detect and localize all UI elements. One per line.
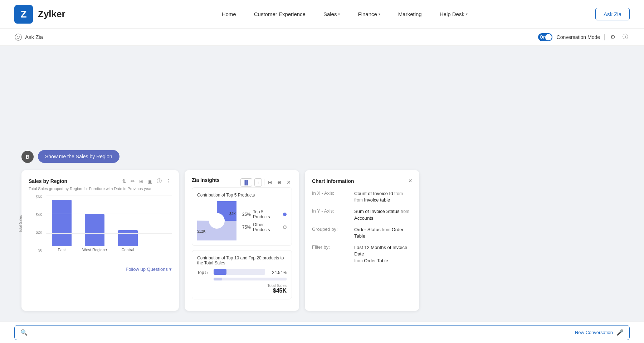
sales-panel-subtitle: Total Sales grouped by Region for Furnit… [29, 187, 172, 191]
top5-bar-section [214, 269, 265, 276]
legend-others-dot [283, 225, 287, 229]
sales-panel-title: Sales by Region [29, 178, 67, 184]
conversation-mode-label: Conversation Mode [557, 34, 600, 40]
bar-central-fill [118, 230, 138, 246]
y-axis-title: Total Sales [19, 215, 23, 233]
logo-letter: Z [20, 9, 26, 20]
microphone-icon[interactable]: 🎤 [616, 329, 624, 336]
y-label-4k: $4K [29, 213, 44, 217]
grid-line-mid2 [46, 233, 172, 234]
insights-toolbar: ▐▌ T ⊞ ⊕ × [240, 178, 292, 187]
user-message-bubble: Show me the Sales by Region [38, 150, 119, 163]
nav-marketing[interactable]: Marketing [398, 11, 422, 17]
bar-east-fill [52, 200, 72, 246]
follow-up-arrow-icon: ▾ [169, 267, 172, 272]
more-icon[interactable]: ⋮ [165, 178, 172, 185]
ask-zia-button[interactable]: Ask Zia [595, 8, 630, 20]
bars-container: East West Region ▾ Central [46, 195, 172, 252]
legend-others-pct: 75% [242, 225, 251, 230]
y-axis-title-wrap: Total Sales [19, 195, 23, 252]
logo-box: Z [14, 5, 33, 24]
divider-v [264, 179, 264, 185]
sales-arrow-icon: ▾ [338, 12, 340, 16]
pie-outer-label: $12K [197, 229, 205, 233]
bar-chart: $6K $4K $2K $0 Total Sales [29, 195, 172, 263]
zia-page-title: Ask Zia [25, 34, 43, 40]
chart-info-close-button[interactable]: × [408, 177, 412, 185]
legend-top5: 25% Top 5 Products [242, 209, 287, 219]
second-bar-fill [214, 278, 222, 280]
y-axis-key: In Y - Axis: [312, 208, 351, 214]
insights-title: Zia Insights [192, 177, 220, 183]
top5-pie-title: Contribution of Top 5 Products [197, 193, 287, 198]
chart-info-panel: Chart Information × In X - Axis: Count o… [305, 170, 419, 311]
search-input[interactable] [31, 330, 571, 335]
search-icon: 🔍 [20, 329, 28, 336]
bottom-bar: 🔍 New Conversation 🎤 [0, 322, 644, 343]
globe-icon[interactable]: ⊕ [276, 179, 283, 186]
grid-line-mid1 [46, 214, 172, 214]
follow-up-questions[interactable]: Follow up Questions ▾ [29, 267, 172, 272]
legend-others-label: Other Products [253, 222, 281, 232]
bar-chart-icon[interactable]: ▐▌ [240, 178, 252, 187]
nav-home[interactable]: Home [222, 11, 236, 17]
svg-point-1 [17, 36, 18, 37]
x-axis-row: In X - Axis: Count of Invoice Id from fr… [312, 190, 412, 203]
help-icon[interactable]: ⓘ [621, 33, 630, 41]
sales-panel-header: Sales by Region ⇅ ✏ ⊞ ▣ ⓘ ⋮ [29, 177, 172, 185]
legend-others: 75% Other Products [242, 222, 287, 232]
filter-by-value: Last 12 Months of Invoice Date from Orde… [354, 244, 412, 264]
pie-chart: $4K $12K [197, 201, 236, 240]
second-bar-section [214, 278, 287, 280]
legend-top5-dot [283, 213, 287, 216]
toggle-on-label: On [540, 35, 546, 40]
subheader-right: On Conversation Mode ⚙ ⓘ [538, 33, 630, 41]
second-bar-row [197, 278, 287, 280]
nav-finance[interactable]: Finance ▾ [358, 11, 380, 17]
top10-top20-section: Contribution of Top 10 and Top 20 produc… [192, 250, 292, 299]
total-sales-row: Total Sales $45K [197, 283, 287, 294]
top5-row-label: Top 5 [197, 270, 210, 275]
y-label-6k: $6K [29, 195, 44, 199]
grouped-by-row: Grouped by: Order Status from Order Tabl… [312, 227, 412, 239]
top5-bar-wrap [214, 269, 265, 275]
info-circle-icon[interactable]: ⓘ [156, 177, 162, 185]
pie-svg [197, 201, 236, 240]
conversation-mode-toggle[interactable]: On [538, 33, 552, 41]
sort-icon[interactable]: ⇅ [121, 178, 127, 185]
nav-sales[interactable]: Sales ▾ [323, 11, 340, 17]
text-icon[interactable]: T [254, 178, 262, 187]
nav-helpdesk[interactable]: Help Desk ▾ [440, 11, 468, 17]
chart-info-header: Chart Information × [312, 177, 412, 185]
x-axis-key: In X - Axis: [312, 190, 351, 196]
y-label-0: $0 [29, 248, 44, 252]
search-wrap: 🔍 New Conversation 🎤 [14, 325, 630, 340]
nav-customer-experience[interactable]: Customer Experience [254, 11, 306, 17]
sales-by-region-panel: Sales by Region ⇅ ✏ ⊞ ▣ ⓘ ⋮ Total Sales … [21, 170, 179, 311]
bar-west-label: West Region ▾ [82, 248, 107, 252]
zia-icon [14, 33, 22, 41]
insights-close-icon[interactable]: × [285, 178, 292, 187]
settings-icon[interactable]: ⚙ [609, 33, 617, 41]
conversation-mode-toggle-wrap: On [538, 33, 552, 41]
edit-icon[interactable]: ✏ [130, 178, 136, 185]
finance-arrow-icon: ▾ [379, 12, 380, 16]
table-icon[interactable]: ⊞ [267, 179, 274, 186]
image-icon[interactable]: ▣ [147, 178, 153, 185]
top5-bar-fill [214, 269, 226, 275]
top10-top20-title: Contribution of Top 10 and Top 20 produc… [197, 255, 287, 265]
y-label-2k: $2K [29, 230, 44, 234]
grid-icon[interactable]: ⊞ [138, 178, 144, 185]
legend-top5-pct: 25% [242, 212, 251, 217]
insights-header: Zia Insights ▐▌ T ⊞ ⊕ × [192, 177, 292, 187]
top5-row: Top 5 24.54% [197, 269, 287, 276]
grouped-by-value: Order Status from Order Table [354, 227, 412, 239]
user-message-row: B Show me the Sales by Region [21, 150, 623, 163]
bar-east-label: East [58, 248, 65, 252]
top5-percentage: 24.54% [269, 270, 287, 275]
total-sales-label: Total Sales [267, 283, 287, 288]
main-content: B Show me the Sales by Region Sales by R… [0, 46, 644, 322]
new-conversation-button[interactable]: New Conversation [575, 330, 613, 335]
west-region-arrow[interactable]: ▾ [106, 248, 107, 252]
filter-by-row: Filter by: Last 12 Months of Invoice Dat… [312, 244, 412, 264]
